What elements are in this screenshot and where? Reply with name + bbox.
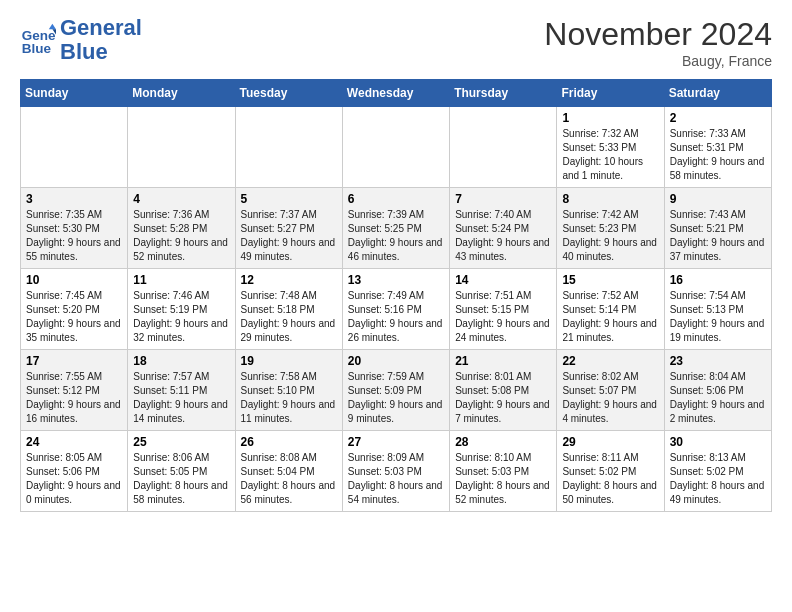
month-title: November 2024 — [544, 16, 772, 53]
day-number: 23 — [670, 354, 766, 368]
day-cell-3-4: 21Sunrise: 8:01 AM Sunset: 5:08 PM Dayli… — [450, 350, 557, 431]
day-info: Sunrise: 8:09 AM Sunset: 5:03 PM Dayligh… — [348, 451, 444, 507]
day-info: Sunrise: 7:51 AM Sunset: 5:15 PM Dayligh… — [455, 289, 551, 345]
day-cell-0-3 — [342, 107, 449, 188]
day-cell-4-6: 30Sunrise: 8:13 AM Sunset: 5:02 PM Dayli… — [664, 431, 771, 512]
day-cell-2-6: 16Sunrise: 7:54 AM Sunset: 5:13 PM Dayli… — [664, 269, 771, 350]
day-number: 15 — [562, 273, 658, 287]
day-number: 26 — [241, 435, 337, 449]
week-row-1: 3Sunrise: 7:35 AM Sunset: 5:30 PM Daylig… — [21, 188, 772, 269]
day-cell-1-2: 5Sunrise: 7:37 AM Sunset: 5:27 PM Daylig… — [235, 188, 342, 269]
day-number: 25 — [133, 435, 229, 449]
day-number: 16 — [670, 273, 766, 287]
day-cell-4-4: 28Sunrise: 8:10 AM Sunset: 5:03 PM Dayli… — [450, 431, 557, 512]
col-sunday: Sunday — [21, 80, 128, 107]
day-cell-1-1: 4Sunrise: 7:36 AM Sunset: 5:28 PM Daylig… — [128, 188, 235, 269]
logo-line1: General — [60, 15, 142, 40]
day-cell-1-5: 8Sunrise: 7:42 AM Sunset: 5:23 PM Daylig… — [557, 188, 664, 269]
day-info: Sunrise: 8:10 AM Sunset: 5:03 PM Dayligh… — [455, 451, 551, 507]
day-info: Sunrise: 7:42 AM Sunset: 5:23 PM Dayligh… — [562, 208, 658, 264]
day-cell-0-1 — [128, 107, 235, 188]
day-info: Sunrise: 7:48 AM Sunset: 5:18 PM Dayligh… — [241, 289, 337, 345]
day-number: 19 — [241, 354, 337, 368]
day-info: Sunrise: 7:46 AM Sunset: 5:19 PM Dayligh… — [133, 289, 229, 345]
day-number: 5 — [241, 192, 337, 206]
day-info: Sunrise: 7:35 AM Sunset: 5:30 PM Dayligh… — [26, 208, 122, 264]
day-cell-1-4: 7Sunrise: 7:40 AM Sunset: 5:24 PM Daylig… — [450, 188, 557, 269]
day-info: Sunrise: 8:01 AM Sunset: 5:08 PM Dayligh… — [455, 370, 551, 426]
day-number: 12 — [241, 273, 337, 287]
day-info: Sunrise: 7:45 AM Sunset: 5:20 PM Dayligh… — [26, 289, 122, 345]
day-info: Sunrise: 8:11 AM Sunset: 5:02 PM Dayligh… — [562, 451, 658, 507]
day-info: Sunrise: 8:13 AM Sunset: 5:02 PM Dayligh… — [670, 451, 766, 507]
day-info: Sunrise: 7:49 AM Sunset: 5:16 PM Dayligh… — [348, 289, 444, 345]
col-saturday: Saturday — [664, 80, 771, 107]
day-cell-4-5: 29Sunrise: 8:11 AM Sunset: 5:02 PM Dayli… — [557, 431, 664, 512]
day-number: 29 — [562, 435, 658, 449]
day-number: 3 — [26, 192, 122, 206]
day-number: 4 — [133, 192, 229, 206]
day-number: 8 — [562, 192, 658, 206]
day-cell-1-0: 3Sunrise: 7:35 AM Sunset: 5:30 PM Daylig… — [21, 188, 128, 269]
day-cell-0-6: 2Sunrise: 7:33 AM Sunset: 5:31 PM Daylig… — [664, 107, 771, 188]
day-cell-3-5: 22Sunrise: 8:02 AM Sunset: 5:07 PM Dayli… — [557, 350, 664, 431]
day-info: Sunrise: 7:52 AM Sunset: 5:14 PM Dayligh… — [562, 289, 658, 345]
day-cell-3-0: 17Sunrise: 7:55 AM Sunset: 5:12 PM Dayli… — [21, 350, 128, 431]
day-info: Sunrise: 7:32 AM Sunset: 5:33 PM Dayligh… — [562, 127, 658, 183]
calendar-table: Sunday Monday Tuesday Wednesday Thursday… — [20, 79, 772, 512]
day-number: 30 — [670, 435, 766, 449]
day-cell-2-5: 15Sunrise: 7:52 AM Sunset: 5:14 PM Dayli… — [557, 269, 664, 350]
day-number: 6 — [348, 192, 444, 206]
location: Baugy, France — [544, 53, 772, 69]
logo-line2: Blue — [60, 39, 108, 64]
day-cell-2-2: 12Sunrise: 7:48 AM Sunset: 5:18 PM Dayli… — [235, 269, 342, 350]
day-cell-2-1: 11Sunrise: 7:46 AM Sunset: 5:19 PM Dayli… — [128, 269, 235, 350]
day-info: Sunrise: 8:06 AM Sunset: 5:05 PM Dayligh… — [133, 451, 229, 507]
day-number: 22 — [562, 354, 658, 368]
calendar-header: Sunday Monday Tuesday Wednesday Thursday… — [21, 80, 772, 107]
day-cell-3-1: 18Sunrise: 7:57 AM Sunset: 5:11 PM Dayli… — [128, 350, 235, 431]
day-number: 24 — [26, 435, 122, 449]
week-row-3: 17Sunrise: 7:55 AM Sunset: 5:12 PM Dayli… — [21, 350, 772, 431]
day-cell-2-3: 13Sunrise: 7:49 AM Sunset: 5:16 PM Dayli… — [342, 269, 449, 350]
day-info: Sunrise: 7:43 AM Sunset: 5:21 PM Dayligh… — [670, 208, 766, 264]
day-info: Sunrise: 7:36 AM Sunset: 5:28 PM Dayligh… — [133, 208, 229, 264]
logo-text: General Blue — [60, 16, 142, 64]
col-monday: Monday — [128, 80, 235, 107]
day-number: 17 — [26, 354, 122, 368]
day-cell-4-0: 24Sunrise: 8:05 AM Sunset: 5:06 PM Dayli… — [21, 431, 128, 512]
header: General Blue General Blue November 2024 … — [20, 16, 772, 69]
logo: General Blue General Blue — [20, 16, 142, 64]
day-number: 2 — [670, 111, 766, 125]
week-row-4: 24Sunrise: 8:05 AM Sunset: 5:06 PM Dayli… — [21, 431, 772, 512]
day-cell-0-2 — [235, 107, 342, 188]
day-number: 18 — [133, 354, 229, 368]
header-row: Sunday Monday Tuesday Wednesday Thursday… — [21, 80, 772, 107]
day-number: 7 — [455, 192, 551, 206]
day-info: Sunrise: 8:08 AM Sunset: 5:04 PM Dayligh… — [241, 451, 337, 507]
day-info: Sunrise: 7:33 AM Sunset: 5:31 PM Dayligh… — [670, 127, 766, 183]
day-cell-1-6: 9Sunrise: 7:43 AM Sunset: 5:21 PM Daylig… — [664, 188, 771, 269]
day-number: 1 — [562, 111, 658, 125]
col-friday: Friday — [557, 80, 664, 107]
day-info: Sunrise: 7:40 AM Sunset: 5:24 PM Dayligh… — [455, 208, 551, 264]
day-number: 28 — [455, 435, 551, 449]
day-info: Sunrise: 7:39 AM Sunset: 5:25 PM Dayligh… — [348, 208, 444, 264]
svg-marker-2 — [49, 24, 56, 29]
day-number: 14 — [455, 273, 551, 287]
page: General Blue General Blue November 2024 … — [0, 0, 792, 528]
day-cell-3-3: 20Sunrise: 7:59 AM Sunset: 5:09 PM Dayli… — [342, 350, 449, 431]
day-cell-2-0: 10Sunrise: 7:45 AM Sunset: 5:20 PM Dayli… — [21, 269, 128, 350]
col-thursday: Thursday — [450, 80, 557, 107]
day-cell-2-4: 14Sunrise: 7:51 AM Sunset: 5:15 PM Dayli… — [450, 269, 557, 350]
day-number: 20 — [348, 354, 444, 368]
svg-text:Blue: Blue — [22, 41, 52, 56]
day-cell-4-2: 26Sunrise: 8:08 AM Sunset: 5:04 PM Dayli… — [235, 431, 342, 512]
day-cell-4-1: 25Sunrise: 8:06 AM Sunset: 5:05 PM Dayli… — [128, 431, 235, 512]
logo-icon: General Blue — [20, 22, 56, 58]
day-cell-3-6: 23Sunrise: 8:04 AM Sunset: 5:06 PM Dayli… — [664, 350, 771, 431]
col-wednesday: Wednesday — [342, 80, 449, 107]
day-cell-0-4 — [450, 107, 557, 188]
week-row-0: 1Sunrise: 7:32 AM Sunset: 5:33 PM Daylig… — [21, 107, 772, 188]
day-number: 21 — [455, 354, 551, 368]
